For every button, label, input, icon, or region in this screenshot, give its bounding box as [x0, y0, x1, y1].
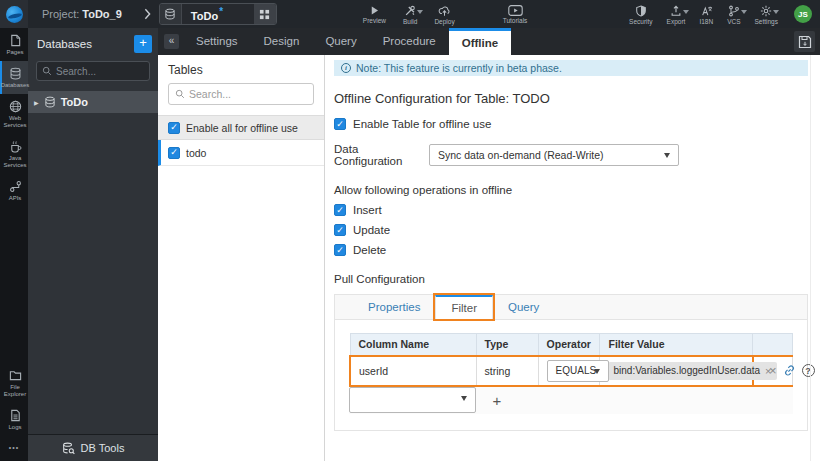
save-export-icon[interactable] [794, 31, 815, 52]
filter-table-header-row: Column Name Type Operator Filter Value [350, 334, 793, 356]
export-icon [670, 5, 682, 17]
export-label: Export [667, 18, 686, 25]
operation-delete-row: ✓ Delete [334, 244, 808, 256]
modified-indicator: * [219, 6, 223, 17]
sidebar-item-apis[interactable]: APIs [0, 174, 28, 207]
scrollbar-gutter[interactable] [810, 55, 811, 461]
vcs-label: VCS [727, 18, 740, 25]
caret-down-icon [461, 396, 467, 401]
database-item-todo[interactable]: ▶ ToDo [28, 91, 158, 113]
wavemaker-logo-icon [6, 6, 23, 23]
coffee-cup-icon [9, 140, 22, 153]
beta-note-text: Note: This feature is currently in beta … [356, 62, 562, 74]
bind-link-icon[interactable] [783, 364, 796, 377]
header-type: Type [476, 334, 538, 356]
rail-label: Logs [8, 424, 21, 431]
databases-panel-header: Databases + [28, 28, 158, 53]
grid-icon[interactable] [254, 3, 276, 25]
caret-down-icon [741, 10, 747, 14]
sidebar-item-logs[interactable]: Logs [0, 403, 28, 436]
operations-group: ✓ Insert ✓ Update ✓ Delete [334, 204, 808, 256]
add-database-button[interactable]: + [134, 35, 152, 53]
service-name: ToDo [191, 10, 218, 22]
deploy-label: Deploy [434, 18, 454, 25]
project-name: ToDo_9 [82, 8, 122, 20]
operations-section-label: Allow following operations in offline [334, 184, 808, 196]
table-todo-checkbox[interactable]: ✓ [168, 147, 180, 159]
tab-filter[interactable]: Filter [435, 295, 493, 319]
service-tab-todo[interactable]: ToDo* [159, 3, 277, 25]
enable-table-checkbox[interactable]: ✓ [334, 118, 346, 130]
tab-offline[interactable]: Offline [449, 28, 511, 55]
data-configuration-value: Sync data on-demand (Read-Write) [438, 149, 604, 161]
header-actions [753, 334, 793, 356]
sidebar-item-databases[interactable]: Databases [0, 61, 28, 94]
db-tools-icon [62, 442, 75, 455]
caret-down-icon [594, 369, 600, 374]
help-icon[interactable]: ? [802, 364, 815, 377]
log-file-icon [9, 409, 22, 422]
globe-icon [9, 100, 22, 113]
gear-icon [760, 5, 772, 17]
tables-search[interactable] [168, 83, 314, 105]
tab-query[interactable]: Query [312, 28, 369, 55]
operator-select[interactable]: EQUALS [547, 360, 609, 382]
i18n-button[interactable]: I18N [699, 0, 713, 28]
build-button[interactable]: Build [403, 0, 417, 28]
tree-caret-icon[interactable]: ▶ [34, 99, 39, 106]
sidebar-item-pages[interactable]: Pages [0, 28, 28, 61]
search-icon [175, 89, 185, 99]
check-icon: ✓ [336, 120, 344, 129]
databases-search[interactable] [36, 61, 150, 81]
preview-button[interactable]: Preview [363, 0, 386, 28]
caret-down-icon [773, 10, 779, 14]
insert-checkbox[interactable]: ✓ [334, 204, 346, 216]
enable-all-checkbox[interactable]: ✓ [168, 122, 180, 134]
new-column-select[interactable] [349, 387, 476, 413]
rail-label: APIs [9, 195, 22, 202]
project-label: Project:ToDo_9 [42, 8, 122, 20]
add-row-button[interactable]: + [493, 393, 502, 408]
security-button[interactable]: Security [629, 0, 652, 28]
shield-icon [635, 5, 647, 17]
enable-all-row[interactable]: ✓ Enable all for offline use [158, 115, 324, 140]
tutorials-label: Tutorials [503, 17, 528, 24]
delete-row-icon[interactable]: × [769, 363, 777, 378]
db-tools-button[interactable]: DB Tools [28, 434, 158, 461]
project-prefix: Project: [42, 8, 79, 20]
tab-settings[interactable]: Settings [183, 28, 251, 55]
tab-properties[interactable]: Properties [353, 295, 435, 319]
table-item-todo[interactable]: ✓ todo [158, 140, 324, 166]
rail-label: Web Services [2, 115, 28, 129]
deploy-button[interactable]: Deploy [434, 0, 454, 28]
tabbar-right [794, 28, 820, 55]
settings-button[interactable]: Settings [755, 0, 779, 28]
more-options-icon[interactable]: ••• [0, 436, 28, 461]
tab-design[interactable]: Design [251, 28, 313, 55]
insert-label: Insert [353, 204, 382, 216]
operator-value: EQUALS [556, 365, 597, 376]
delete-checkbox[interactable]: ✓ [334, 244, 346, 256]
collapse-panel-icon[interactable]: « [164, 34, 179, 49]
databases-search-input[interactable] [56, 66, 146, 77]
app-logo[interactable] [0, 0, 28, 28]
search-icon [42, 66, 52, 76]
tab-procedure[interactable]: Procedure [370, 28, 449, 55]
export-button[interactable]: Export [667, 0, 686, 28]
tutorials-button[interactable]: Tutorials [503, 0, 528, 28]
table-item-label: todo [186, 147, 206, 159]
security-label: Security [629, 18, 652, 25]
data-configuration-row: Data Configuration Sync data on-demand (… [334, 143, 808, 167]
tab-filter-query[interactable]: Query [493, 295, 554, 319]
enable-table-row: ✓ Enable Table for offline use [334, 118, 808, 130]
data-configuration-select[interactable]: Sync data on-demand (Read-Write) [429, 144, 679, 166]
sidebar-item-web-services[interactable]: Web Services [0, 94, 28, 134]
sidebar-item-java-services[interactable]: Java Services [0, 134, 28, 174]
cell-column-name[interactable]: userId [350, 356, 476, 386]
tables-panel: Tables ✓ Enable all for offline use ✓ to… [158, 55, 325, 461]
update-checkbox[interactable]: ✓ [334, 224, 346, 236]
tables-search-input[interactable] [189, 88, 307, 100]
sidebar-item-file-explorer[interactable]: File Explorer [0, 363, 28, 403]
vcs-button[interactable]: VCS [727, 0, 740, 28]
user-avatar[interactable]: JS [794, 5, 812, 23]
